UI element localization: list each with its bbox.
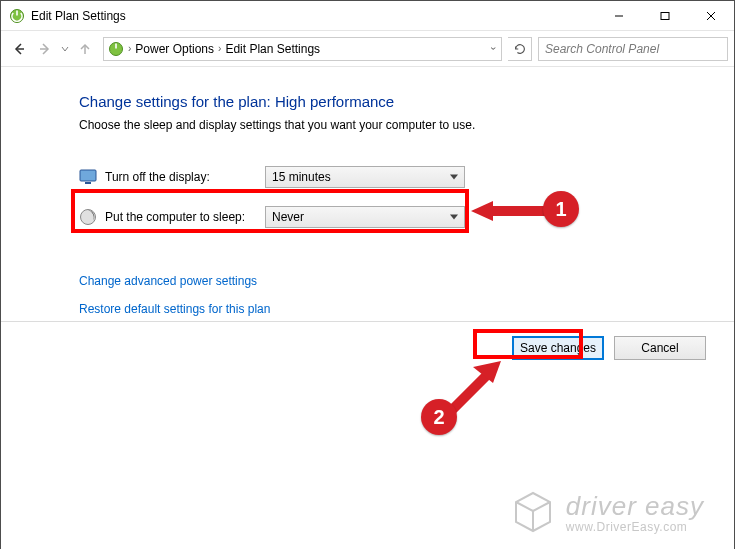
- minimize-button[interactable]: [596, 1, 642, 30]
- chevron-icon: ›: [128, 43, 131, 54]
- page-heading: Change settings for the plan: High perfo…: [79, 93, 724, 110]
- chevron-down-icon[interactable]: ›: [488, 47, 499, 50]
- breadcrumb-item-edit-plan[interactable]: Edit Plan Settings: [225, 42, 320, 56]
- display-timeout-select[interactable]: 15 minutes: [265, 166, 465, 188]
- breadcrumb-bar[interactable]: › Power Options › Edit Plan Settings ›: [103, 37, 502, 61]
- maximize-button[interactable]: [642, 1, 688, 30]
- refresh-button[interactable]: [508, 37, 532, 61]
- window-frame: Edit Plan Settings: [0, 0, 735, 549]
- link-advanced-settings[interactable]: Change advanced power settings: [79, 274, 724, 288]
- annotation-badge-1: 1: [543, 191, 579, 227]
- power-options-icon: [108, 41, 124, 57]
- watermark-url: www.DriverEasy.com: [566, 520, 704, 534]
- setting-row-display: Turn off the display: 15 minutes: [79, 162, 724, 192]
- nav-bar: › Power Options › Edit Plan Settings › S…: [1, 31, 734, 67]
- display-timeout-value: 15 minutes: [272, 170, 331, 184]
- watermark: driver easy www.DriverEasy.com: [510, 489, 704, 535]
- chevron-icon: ›: [218, 43, 221, 54]
- title-bar: Edit Plan Settings: [1, 1, 734, 31]
- window-controls: [596, 1, 734, 30]
- recent-dropdown[interactable]: [59, 42, 71, 56]
- svg-rect-12: [85, 182, 91, 184]
- close-button[interactable]: [688, 1, 734, 30]
- back-button[interactable]: [7, 37, 31, 61]
- links-block: Change advanced power settings Restore d…: [79, 274, 724, 316]
- cancel-button[interactable]: Cancel: [614, 336, 706, 360]
- watermark-title: driver easy: [566, 491, 704, 522]
- cube-icon: [510, 489, 556, 535]
- search-placeholder: Search Control Panel: [545, 42, 659, 56]
- search-input[interactable]: Search Control Panel: [538, 37, 728, 61]
- forward-button[interactable]: [33, 37, 57, 61]
- svg-line-16: [449, 373, 489, 413]
- svg-rect-1: [16, 10, 18, 15]
- svg-rect-11: [80, 170, 96, 181]
- svg-marker-15: [471, 201, 493, 221]
- up-button[interactable]: [73, 37, 97, 61]
- annotation-badge-2: 2: [421, 399, 457, 435]
- cancel-button-label: Cancel: [641, 341, 678, 355]
- app-icon: [9, 8, 25, 24]
- display-label: Turn off the display:: [105, 170, 265, 184]
- svg-rect-3: [661, 12, 669, 19]
- footer-bar: Save changes Cancel driver easy www.Driv…: [1, 321, 734, 551]
- page-subtext: Choose the sleep and display settings th…: [79, 118, 724, 132]
- annotation-arrow-1: [471, 199, 551, 223]
- link-restore-defaults[interactable]: Restore default settings for this plan: [79, 302, 724, 316]
- annotation-highlight-1: [71, 189, 469, 233]
- window-title: Edit Plan Settings: [31, 9, 596, 23]
- display-icon: [79, 168, 97, 186]
- svg-rect-10: [115, 43, 117, 48]
- breadcrumb-item-power-options[interactable]: Power Options: [135, 42, 214, 56]
